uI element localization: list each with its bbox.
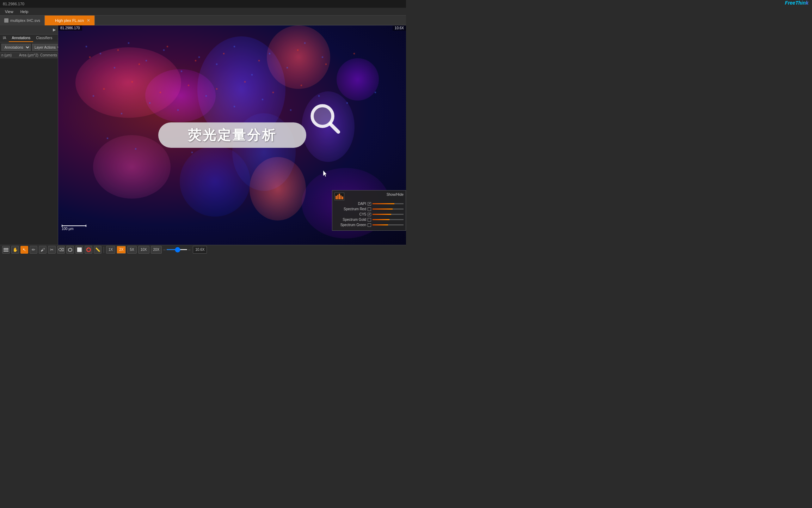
tool-hand[interactable]: ✋	[11, 246, 19, 254]
fluor-checkbox-spectrum-gold[interactable]	[368, 218, 371, 222]
svg-point-29	[191, 152, 193, 153]
svg-point-14	[322, 56, 323, 58]
svg-point-22	[290, 109, 291, 111]
svg-point-19	[205, 95, 207, 97]
tool-erase[interactable]: ⌫	[57, 246, 65, 254]
zoom-slider-container: ─ ─	[163, 248, 191, 252]
svg-point-20	[234, 106, 235, 107]
svg-point-41	[131, 81, 133, 83]
zoom-10x[interactable]: 10X	[138, 246, 149, 254]
svg-point-5	[163, 49, 165, 51]
menu-help[interactable]: Help	[17, 9, 32, 14]
fluor-checkbox-spectrum-red[interactable]	[368, 207, 371, 211]
annotations-toolbar: Annotations Layer Actions ▼	[0, 42, 58, 53]
scale-bar: 100 µm	[62, 225, 86, 231]
zoom-slider[interactable]	[166, 249, 187, 250]
zoom-2x[interactable]: 2X	[117, 246, 126, 254]
svg-point-12	[251, 74, 253, 75]
tool-polygon[interactable]	[66, 246, 74, 254]
cursor-indicator	[323, 170, 327, 177]
tab-multiplex[interactable]: multiplex IHC.svs	[0, 16, 45, 25]
zoom-slider-right: ─	[188, 248, 190, 252]
left-panel: ▶ IA Annotations Classifiers Analysis Re…	[0, 25, 58, 245]
tab-highplex[interactable]: High plex FL.scn ✕	[45, 16, 95, 25]
svg-point-34	[195, 60, 196, 61]
tool-scissors[interactable]: ✂	[48, 246, 56, 254]
overlay-text: 荧光定量分析	[188, 126, 277, 144]
fluor-row-spectrum-gold: Spectrum Gold	[334, 218, 404, 222]
svg-point-47	[301, 85, 302, 86]
fluor-row-spectrum-red: Spectrum Red	[334, 207, 404, 211]
fluor-checkbox-spectrum-green[interactable]	[368, 223, 371, 227]
tool-pen[interactable]: ✏	[30, 246, 37, 254]
annotations-filter-select[interactable]: Annotations	[1, 44, 31, 51]
svg-rect-52	[4, 249, 8, 250]
panel-tab-ia[interactable]: IA	[0, 35, 9, 42]
svg-point-37	[297, 49, 299, 51]
svg-point-27	[135, 148, 136, 150]
svg-point-39	[353, 53, 355, 54]
svg-point-38	[325, 64, 327, 65]
svg-point-40	[103, 88, 105, 90]
tool-measure[interactable]: 📏	[94, 246, 102, 254]
svg-point-49	[314, 107, 331, 125]
svg-rect-53	[4, 251, 8, 252]
zoom-5x[interactable]: 5X	[127, 246, 136, 254]
bottom-toolbar: ✋ ↖ ✏ 🖌 ✂ ⌫ ⬜ ⭕ 📏 1X 2X 5X 10X 20X ─ ─ 1…	[0, 245, 406, 254]
svg-point-4	[114, 67, 115, 68]
svg-point-10	[181, 71, 182, 72]
svg-point-0	[86, 46, 87, 47]
svg-point-36	[258, 60, 260, 61]
menu-view[interactable]: View	[1, 9, 17, 14]
fluor-slider-spectrum-gold[interactable]	[373, 219, 404, 220]
svg-line-50	[330, 124, 338, 132]
svg-point-18	[177, 109, 179, 111]
fluor-checkbox-cy5[interactable]	[368, 213, 371, 216]
panel-collapse-btn[interactable]: ▶	[53, 28, 56, 32]
annotations-list[interactable]	[0, 58, 58, 245]
svg-point-26	[107, 138, 108, 139]
tab-icon-highplex	[49, 18, 53, 23]
main-layout: ▶ IA Annotations Classifiers Analysis Re…	[0, 25, 406, 245]
fluor-checkbox-dapi[interactable]	[368, 202, 371, 206]
svg-point-15	[93, 95, 94, 97]
panel-tab-classifiers[interactable]: Classifiers	[33, 35, 55, 42]
tool-arrow[interactable]: ↖	[20, 246, 28, 254]
zoom-20x[interactable]: 20X	[151, 246, 162, 254]
svg-point-7	[234, 46, 235, 47]
fluor-row-dapi: DAPI	[334, 202, 404, 206]
fluor-slider-spectrum-red[interactable]	[373, 208, 404, 210]
title-bar: 81.2986.170 FreeThink	[0, 0, 406, 8]
zoom-display: 10.6X	[393, 25, 406, 31]
svg-point-3	[146, 60, 147, 61]
svg-point-45	[244, 81, 246, 83]
search-overlay: 荧光定量分析	[141, 121, 324, 149]
fluor-row-spectrum-green: Spectrum Green	[334, 223, 404, 227]
svg-point-11	[216, 64, 217, 65]
svg-point-17	[149, 102, 150, 104]
svg-point-13	[287, 67, 288, 68]
svg-point-43	[188, 85, 189, 86]
panel-tab-annotations[interactable]: Annotations	[9, 35, 33, 42]
tool-layers[interactable]	[2, 246, 10, 254]
fluor-panel-header: Show/Hide	[334, 193, 404, 200]
fluor-slider-spectrum-green[interactable]	[373, 224, 404, 225]
tool-circle[interactable]: ⭕	[85, 246, 92, 254]
fluor-row-cy5: CY5	[334, 212, 404, 216]
svg-point-1	[100, 53, 101, 54]
panel-tabs: IA Annotations Classifiers Analysis Resu…	[0, 35, 58, 42]
svg-point-32	[139, 64, 140, 65]
tool-brush[interactable]: 🖌	[39, 246, 47, 254]
coord-display: 81.2986.170	[3, 2, 24, 6]
svg-point-2	[128, 42, 129, 44]
svg-point-33	[167, 46, 168, 47]
svg-point-35	[223, 53, 224, 54]
tool-rectangle[interactable]: ⬜	[75, 246, 83, 254]
svg-point-31	[117, 49, 119, 51]
fluor-slider-dapi[interactable]	[373, 203, 404, 204]
magnifier-icon	[310, 103, 342, 135]
viewer[interactable]: 荧光定量分析 100 µm 81.2986.170 10.6X	[58, 25, 406, 245]
tab-close-highplex[interactable]: ✕	[87, 18, 90, 23]
fluor-slider-cy5[interactable]	[373, 214, 404, 215]
zoom-1x[interactable]: 1X	[106, 246, 115, 254]
